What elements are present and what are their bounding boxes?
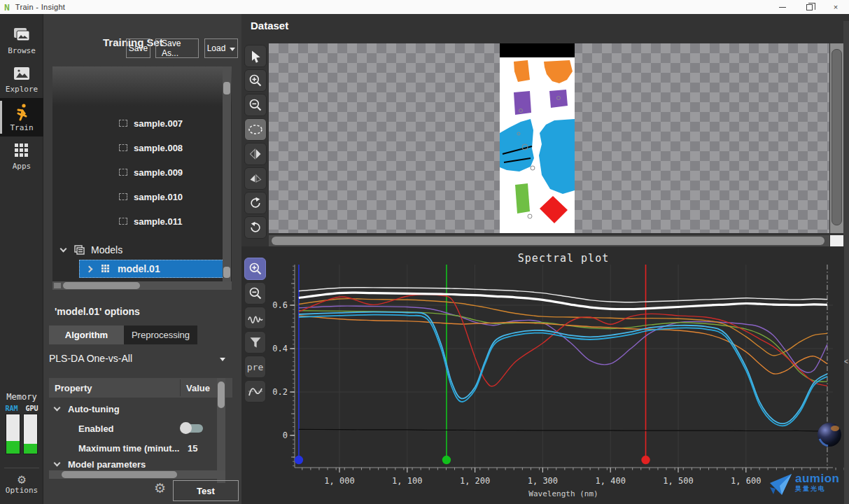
logo-name: aumion	[795, 473, 839, 484]
ram-label: RAM	[5, 405, 17, 412]
col-property: Property	[55, 383, 92, 393]
y-tick-label: 0	[283, 430, 288, 440]
y-tick-label: 0.6	[272, 300, 288, 310]
sample-checkbox-icon[interactable]	[119, 169, 127, 176]
sample-checkbox-icon[interactable]	[119, 193, 127, 200]
minimize-button[interactable]	[769, 0, 796, 14]
derivative-tool-button[interactable]	[244, 380, 266, 402]
lasso-tool-button[interactable]	[244, 118, 267, 141]
logo-plane-icon	[769, 473, 792, 496]
gpu-gauge-fill	[24, 444, 37, 454]
tree-item-sample[interactable]: sample.008	[52, 139, 232, 156]
restore-button[interactable]	[796, 0, 822, 14]
scrollbar-thumb[interactable]	[218, 382, 225, 408]
tab-algorithm[interactable]: Algorithm	[49, 326, 124, 344]
collapse-panel-arrow[interactable]: <	[843, 354, 849, 369]
sample-label: sample.011	[134, 216, 182, 227]
spectrum-tool-button[interactable]	[244, 307, 266, 329]
property-table-header: Property Value	[49, 378, 232, 398]
dataset-canvas[interactable]	[269, 43, 829, 233]
sidebar-item-label: Explore	[0, 85, 43, 94]
tree-item-sample[interactable]: sample.011	[52, 213, 232, 230]
scrollbar-thumb[interactable]	[832, 49, 842, 225]
marker-dot-blue-marker[interactable]	[295, 456, 303, 464]
window-title: Train - Insight	[15, 3, 65, 11]
scrollbar-thumb[interactable]	[272, 237, 825, 245]
preprocess-tool-button[interactable]: pre	[244, 356, 266, 378]
dataset-image[interactable]	[500, 43, 575, 233]
maxtime-value[interactable]: 15	[188, 443, 197, 454]
right-edge-strip	[843, 21, 849, 504]
lasso-ellipse-icon	[248, 124, 263, 135]
gpu-label: GPU	[25, 405, 38, 412]
scrollbar-thumb[interactable]	[223, 82, 230, 94]
algorithm-select[interactable]: PLS-DA One-vs-All	[49, 349, 232, 368]
sample-label: sample.009	[134, 167, 183, 178]
tab-preprocessing[interactable]: Preprocessing	[124, 326, 197, 344]
chart-title: Spectral plot	[518, 252, 609, 265]
scrollbar-corner	[830, 235, 843, 246]
tree-item-sample[interactable]: sample.010	[52, 188, 232, 205]
training-set-panel: Training Set Save Save As... Load sample…	[43, 14, 241, 504]
sidebar-item-label: Browse	[0, 46, 43, 55]
train-runner-icon	[0, 103, 43, 121]
tree-group-models[interactable]: Models	[52, 241, 232, 258]
flip-vertical-button[interactable]	[244, 167, 267, 190]
options-vertical-scrollbar[interactable]	[217, 378, 225, 483]
rotate-ccw-button[interactable]	[244, 216, 267, 239]
tree-item-sample[interactable]: sample.009	[52, 164, 232, 181]
table-row-auto-tuning[interactable]: Auto-tuning	[49, 399, 232, 419]
rotate-ccw-icon	[248, 220, 262, 234]
save-as-button[interactable]: Save As...	[155, 38, 199, 58]
zoom-out-icon	[248, 98, 262, 112]
load-button[interactable]: Load	[204, 38, 238, 58]
test-button[interactable]: Test	[173, 480, 239, 501]
tree-item-model-01[interactable]: model.01	[79, 260, 231, 278]
sample-checkbox-icon[interactable]	[119, 120, 127, 127]
tree-item-sample[interactable]: sample.007	[52, 115, 232, 132]
tree-horizontal-scrollbar[interactable]	[52, 281, 232, 290]
enabled-toggle[interactable]	[182, 424, 203, 433]
save-button[interactable]: Save	[126, 38, 150, 58]
sidebar-item-options[interactable]: ⚙ Options	[0, 472, 43, 495]
tree-vertical-scrollbar[interactable]	[223, 66, 231, 282]
sidebar-item-label: Train	[0, 123, 43, 132]
filter-tool-button[interactable]	[244, 331, 266, 354]
dataset-vertical-scrollbar[interactable]	[830, 43, 843, 233]
spectral-zoom-in-button[interactable]	[244, 258, 266, 280]
sample-checkbox-icon[interactable]	[119, 218, 127, 225]
marker-dot-red-marker[interactable]	[641, 456, 650, 464]
memory-title: Memory	[0, 392, 43, 402]
table-row-model-parameters[interactable]: Model parameters	[49, 458, 232, 470]
sidebar-item-browse[interactable]: Browse	[0, 21, 43, 59]
sidebar-item-apps[interactable]: Apps	[0, 136, 43, 175]
rotate-cw-button[interactable]	[244, 192, 267, 214]
sidebar-item-train[interactable]: Train	[0, 98, 43, 136]
flip-horizontal-button[interactable]	[244, 143, 267, 165]
app-logo-icon: N	[4, 2, 10, 13]
x-axis-label: Wavelength (nm)	[528, 489, 598, 498]
sample-label: sample.008	[134, 143, 183, 153]
dataset-horizontal-scrollbar[interactable]	[269, 235, 829, 246]
scrollbar-thumb[interactable]	[223, 267, 230, 278]
scrollbar-thumb[interactable]	[62, 471, 177, 478]
sidebar-item-explore[interactable]: Explore	[0, 59, 43, 98]
algorithm-select-value: PLS-DA One-vs-All	[49, 353, 132, 364]
close-button[interactable]: ×	[822, 0, 849, 14]
sample-checkbox-icon[interactable]	[119, 144, 127, 151]
x-tick-label: 1, 000	[324, 476, 354, 486]
restore-icon	[806, 4, 813, 10]
spectral-zoom-out-button[interactable]	[244, 282, 266, 304]
flip-vertical-icon	[248, 172, 262, 186]
options-horizontal-scrollbar[interactable]	[49, 470, 225, 479]
logo-cjk: 昊量光电	[795, 484, 839, 494]
dataset-zoom-in-button[interactable]	[244, 69, 267, 92]
select-tool-button[interactable]	[244, 45, 267, 67]
dataset-zoom-out-button[interactable]	[244, 94, 267, 116]
chevron-down-icon	[54, 459, 61, 466]
funnel-icon	[248, 335, 262, 349]
model-settings-gear-icon[interactable]: ⚙	[154, 482, 166, 496]
x-tick-label: 1, 500	[663, 476, 693, 486]
scrollbar-thumb[interactable]	[63, 282, 140, 289]
marker-dot-green-marker[interactable]	[442, 456, 451, 464]
